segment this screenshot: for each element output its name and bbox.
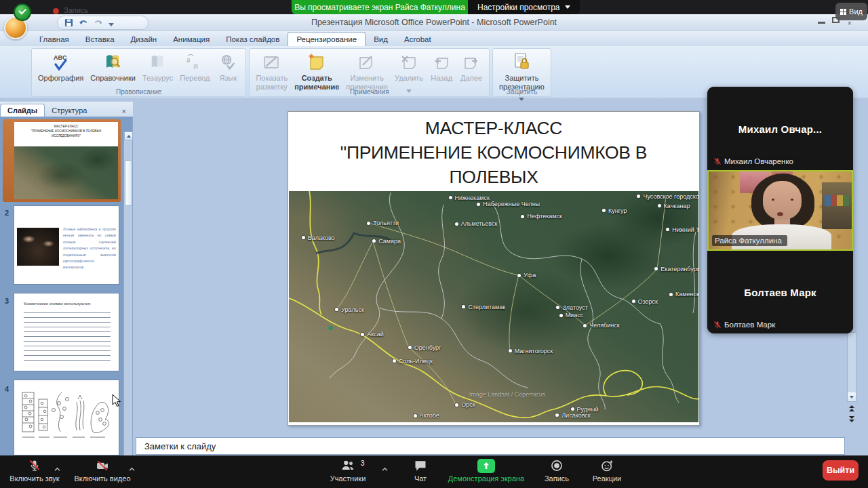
scrollbar-thumb[interactable] xyxy=(125,160,132,206)
edit-comment-button[interactable]: Изменить примечание xyxy=(342,51,391,92)
muted-mic-icon xyxy=(713,157,722,165)
scroll-down-icon[interactable] xyxy=(848,392,856,401)
map-city: Магнитогорск xyxy=(509,348,553,354)
thumb2-text: Личные наблюдения в природе нельзя замен… xyxy=(63,226,116,271)
ribbon-tab-Вставка[interactable]: Вставка xyxy=(77,33,123,46)
record-icon xyxy=(550,458,564,473)
participant-video-raisa[interactable]: Райса Фаткуллина xyxy=(707,170,853,251)
slide-thumbnail-2[interactable]: Личные наблюдения в природе нельзя замен… xyxy=(14,205,119,285)
map-city: Кунгур xyxy=(602,207,627,214)
slides-panel-scrollbar[interactable] xyxy=(123,131,132,455)
ribbon-tabs: ГлавнаяВставкаДизайнАнимацияПоказ слайдо… xyxy=(0,31,868,46)
map-city: Уфа xyxy=(517,272,536,279)
map-city: Екатеринбург xyxy=(654,266,698,272)
spelling-button[interactable]: ABC Орфография xyxy=(35,51,87,84)
participant-label: Болтаев Марк xyxy=(711,319,781,330)
notes-pane[interactable]: Заметки к слайду xyxy=(136,437,845,455)
minimize-button[interactable] xyxy=(818,22,825,24)
tab-slides[interactable]: Слайды xyxy=(0,104,45,117)
zoom-toolbar: Включить звук Включить видео Участники 3… xyxy=(0,455,868,488)
show-markup-icon xyxy=(262,52,282,73)
thumb1-map-image xyxy=(14,146,118,199)
show-markup-button[interactable]: Показать разметку xyxy=(252,51,291,92)
svg-text:а: а xyxy=(186,55,191,64)
translate-button[interactable]: ая Перевод xyxy=(176,51,213,84)
map-city: Оренбург xyxy=(408,344,441,351)
participants-count-badge: 3 xyxy=(361,460,365,467)
next-slide-button[interactable] xyxy=(849,415,854,424)
group-label-comments: Примечания xyxy=(250,88,489,96)
slide-thumbnail-4[interactable] xyxy=(14,380,119,455)
participant-label: Райса Фаткуллина xyxy=(712,235,787,246)
participant-tile-mikhail[interactable]: Михаил Овчар... Михаил Овчаренко xyxy=(707,87,853,170)
ribbon-tab-Рецензирование[interactable]: Рецензирование xyxy=(288,32,366,46)
notes-placeholder: Заметки к слайду xyxy=(144,441,216,451)
participant-name: Михаил Овчар... xyxy=(707,123,853,134)
research-button[interactable]: Справочники xyxy=(87,51,139,84)
map-city: Соль-Илецк xyxy=(393,358,433,365)
map-city: Балаково xyxy=(302,235,335,241)
view-options-button[interactable]: Настройки просмотра xyxy=(468,0,580,14)
map-city: Озерск xyxy=(632,298,658,305)
slide-thumbnail-3[interactable]: Космические снимки используются: xyxy=(14,293,119,371)
tab-outline[interactable]: Структура xyxy=(45,104,94,117)
ribbon-tab-Вид[interactable]: Вид xyxy=(366,33,396,46)
record-button[interactable]: Запись xyxy=(539,458,574,483)
video-options-chevron[interactable] xyxy=(128,462,136,474)
ribbon-tab-Главная[interactable]: Главная xyxy=(31,33,77,46)
map-city: Аксай xyxy=(361,331,384,338)
thumb1-title: МАСТЕР-КЛАСС "ПРИМЕНЕНИЕ КОСМОСНИМКОВ В … xyxy=(14,122,118,145)
zoom-top-bar: Запись Вы просматриваете экран Райса Фат… xyxy=(0,0,868,14)
ribbon-tab-Анимация[interactable]: Анимация xyxy=(165,33,218,46)
next-comment-button[interactable]: Далее xyxy=(456,51,486,84)
map-city: Тольятти xyxy=(367,220,399,226)
protect-presentation-button[interactable]: Защитить презентацию xyxy=(496,51,548,105)
ribbon-tab-Acrobat[interactable]: Acrobat xyxy=(396,33,439,46)
slide-canvas[interactable]: МАСТЕР-КЛАСС "ПРИМЕНЕНИЕ КОСМОСНИМКОВ В … xyxy=(288,111,700,426)
audio-options-chevron[interactable] xyxy=(54,462,61,474)
muted-mic-icon xyxy=(28,458,41,473)
scroll-up-icon[interactable] xyxy=(124,131,133,140)
close-pane-icon[interactable]: × xyxy=(119,106,129,117)
map-city: Чусовское городское xyxy=(637,193,698,200)
participants-button[interactable]: Участники 3 xyxy=(326,458,370,483)
share-screen-button[interactable]: Демонстрация экрана xyxy=(444,458,528,483)
ribbon-group-protect: Защитить презентацию Защитить xyxy=(492,48,551,97)
recording-indicator: Запись xyxy=(64,6,88,14)
slide-thumbnail-1[interactable]: МАСТЕР-КЛАСС "ПРИМЕНЕНИЕ КОСМОСНИМКОВ В … xyxy=(3,119,121,202)
screen-share-banner: Вы просматриваете экран Райса Фаткуллина xyxy=(292,0,468,14)
protect-presentation-icon xyxy=(511,52,532,73)
previous-comment-icon xyxy=(431,52,452,73)
person-mouth xyxy=(777,212,783,216)
svg-text:я: я xyxy=(193,61,198,71)
map-city: Стерлитамак xyxy=(462,304,505,310)
zoom-view-button[interactable]: Вид xyxy=(835,3,867,20)
new-comment-button[interactable]: Создать примечание xyxy=(291,51,342,92)
previous-slide-button[interactable] xyxy=(849,404,854,413)
map-city: Златоуст xyxy=(556,304,587,311)
slide-nav-buttons xyxy=(847,404,856,424)
ribbon-tab-Дизайн[interactable]: Дизайн xyxy=(123,33,165,46)
delete-comment-icon xyxy=(399,52,419,73)
satellite-map: Image Landsat / Copernicus БалаковоТолья… xyxy=(289,191,698,422)
books xyxy=(825,195,849,206)
thesaurus-button[interactable]: Тезаурус xyxy=(139,51,176,84)
map-city: Лисаковск xyxy=(555,412,591,419)
map-city: Актобе xyxy=(414,412,439,419)
group-label-protect: Защитить xyxy=(493,88,551,96)
slide-number: 3 xyxy=(5,297,14,305)
chat-button[interactable]: Чат xyxy=(404,458,437,483)
participant-tile-boltaev[interactable]: Болтаев Марк Болтаев Марк xyxy=(707,251,853,333)
language-button[interactable]: Язык xyxy=(213,51,243,84)
slides-panel-tabs: Слайды Структура × xyxy=(0,102,133,117)
start-video-button[interactable]: Включить видео xyxy=(71,458,134,483)
ribbon-tab-Показ слайдов[interactable]: Показ слайдов xyxy=(218,33,288,46)
leave-meeting-button[interactable]: Выйти xyxy=(823,460,859,481)
participants-icon xyxy=(340,458,356,473)
participants-options-chevron[interactable] xyxy=(381,462,389,474)
reactions-button[interactable]: Реакции xyxy=(587,458,627,483)
document-scrollbar[interactable] xyxy=(847,332,856,402)
chat-icon xyxy=(414,458,427,473)
previous-comment-button[interactable]: Назад xyxy=(427,51,456,84)
translate-icon: ая xyxy=(184,52,205,73)
